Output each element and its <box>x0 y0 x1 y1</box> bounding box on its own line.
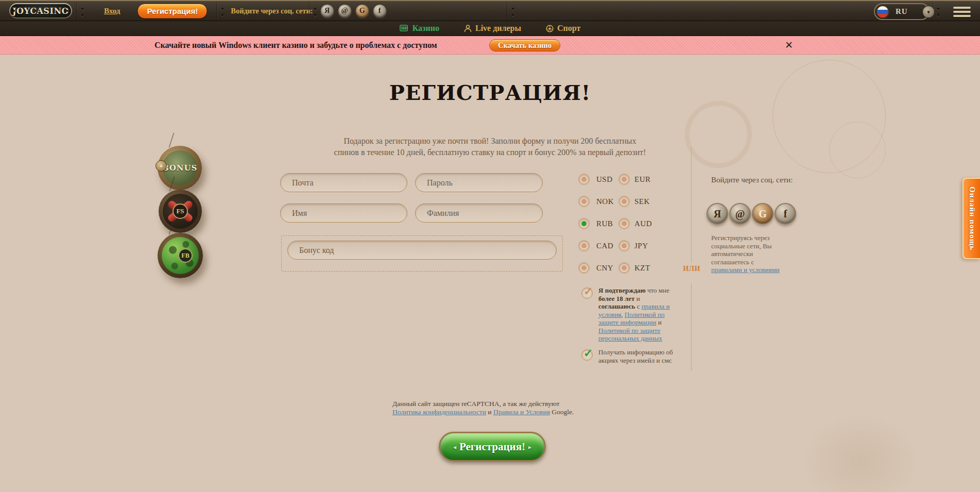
google-icon[interactable]: G <box>752 203 773 225</box>
text: и <box>657 318 662 326</box>
medal-label: BONUS <box>162 163 198 173</box>
text: Регистрируясь через социальные сети, Вы … <box>711 234 771 266</box>
burger-bar <box>953 7 971 9</box>
russia-flag-icon <box>876 5 889 19</box>
left-arrow-icon: ◂ <box>450 444 459 451</box>
currency-radio-aud[interactable] <box>619 218 629 229</box>
currency-label: NOK <box>596 197 619 206</box>
currency-radio-nok[interactable] <box>579 196 589 207</box>
text: с <box>635 302 641 310</box>
register-button[interactable]: Регистрация! <box>137 4 207 19</box>
rivet <box>512 14 514 16</box>
promo-emails-text: Получать информацию об акциях через имей… <box>598 348 681 364</box>
currency-radio-rub[interactable] <box>579 218 589 229</box>
google-icon[interactable]: G <box>355 4 369 18</box>
yandex-icon[interactable]: Я <box>320 4 334 18</box>
currency-label: RUB <box>596 219 619 228</box>
subtitle-line: спинов в течение 10 дней, бесплатную ста… <box>0 147 980 158</box>
banner-text: Скачайте новый Windows клиент казино и з… <box>154 36 437 55</box>
rivet <box>81 8 83 10</box>
dealer-icon <box>464 25 472 32</box>
logo[interactable]: JOYCASINO <box>9 3 72 19</box>
google-terms-link[interactable]: Правила и Условия <box>493 408 550 416</box>
registration-section: РЕГИСТРАЦИЯ! Подарок за регистрацию уже … <box>0 55 980 492</box>
freespins-medal: FS <box>159 190 202 233</box>
currency-label: SEK <box>634 197 652 206</box>
or-label: ИЛИ <box>680 265 703 273</box>
social-login-title: Войдите через соц. сети: <box>711 175 793 185</box>
currency-radio-cad[interactable] <box>579 241 589 251</box>
text: и <box>486 408 493 416</box>
facebook-icon[interactable]: f <box>373 4 387 18</box>
facebook-icon[interactable]: f <box>775 203 796 225</box>
page-title: РЕГИСТРАЦИЯ! <box>0 80 980 105</box>
currency-radio-jpy[interactable] <box>619 241 629 251</box>
currency-row: RUB AUD <box>579 218 652 229</box>
tab-label: Live дилеры <box>475 24 521 33</box>
language-selector[interactable]: RU ▾ <box>874 3 930 20</box>
currency-label: USD <box>596 175 619 184</box>
mailru-icon[interactable]: @ <box>729 203 751 225</box>
vertical-divider <box>691 283 692 371</box>
rivet <box>512 8 514 10</box>
logo-text: JOYCASINO <box>12 6 69 16</box>
rivet <box>221 14 223 16</box>
age-terms-text: Я подтверждаю что мне более 18 лет и сог… <box>598 286 678 343</box>
first-name-field[interactable] <box>280 203 407 223</box>
text: и <box>634 295 640 302</box>
plus-coin-icon: + <box>156 160 167 172</box>
rivet <box>314 14 316 16</box>
right-arrow-icon: ▸ <box>525 444 535 451</box>
terms-link[interactable]: правилами и условиями <box>711 266 780 274</box>
help-tab-label: Онлайн помощь <box>968 186 976 250</box>
personal-data-policy-link[interactable]: Политикой по защите персональных данных <box>598 327 662 343</box>
tab-casino[interactable]: Казино <box>400 24 439 33</box>
menu-button[interactable] <box>953 7 971 19</box>
currency-radio-eur[interactable] <box>619 174 629 184</box>
divider <box>309 2 310 20</box>
login-link[interactable]: Вход <box>104 7 120 15</box>
currency-radio-kzt[interactable] <box>619 263 629 273</box>
privacy-policy-link[interactable]: Политика конфиденциальности <box>392 408 486 416</box>
tab-label: Спорт <box>557 24 580 33</box>
currency-row: CNY KZT <box>579 263 652 273</box>
currency-radio-sek[interactable] <box>619 196 629 207</box>
logo-plate: JOYCASINO <box>10 4 71 18</box>
text: Данный сайт защищен reCAPTCHA, а так же … <box>392 400 559 408</box>
email-field[interactable] <box>280 173 407 192</box>
subtitle-line: Подарок за регистрацию уже почти твой! З… <box>0 135 980 147</box>
mailru-icon[interactable]: @ <box>338 4 352 18</box>
page-subtitle: Подарок за регистрацию уже почти твой! З… <box>0 135 980 158</box>
currency-label: AUD <box>634 219 652 228</box>
vertical-divider <box>691 147 692 263</box>
currency-row: CAD JPY <box>579 241 652 251</box>
social-login-buttons: Я @ G f <box>707 203 796 225</box>
currency-label: KZT <box>634 264 652 273</box>
chevron-down-icon[interactable]: ▾ <box>922 6 935 18</box>
close-icon[interactable]: ✕ <box>785 39 793 50</box>
download-casino-button[interactable]: Скачать казино <box>489 39 560 52</box>
ball-icon <box>546 25 554 32</box>
age-terms-checkbox[interactable] <box>581 287 593 299</box>
last-name-field[interactable] <box>415 203 543 223</box>
currency-radio-usd[interactable] <box>579 174 589 184</box>
main-nav: Казино Live дилеры Спорт <box>0 21 980 36</box>
bonus-code-field[interactable] <box>287 241 557 260</box>
tab-sport[interactable]: Спорт <box>546 24 580 33</box>
yandex-icon[interactable]: Я <box>707 203 728 225</box>
promo-emails-checkbox[interactable] <box>581 349 593 361</box>
submit-label: Регистрация! <box>459 440 525 453</box>
stain-decoration <box>803 415 917 492</box>
online-help-tab[interactable]: Онлайн помощь <box>962 178 980 259</box>
currency-label: CNY <box>596 264 619 273</box>
currency-selector: USD EUR NOK SEK RUB AUD CAD JPY <box>579 174 652 285</box>
tab-live-dealers[interactable]: Live дилеры <box>464 24 521 33</box>
submit-registration-button[interactable]: ◂Регистрация!▸ <box>439 432 546 462</box>
currency-row: NOK SEK <box>579 196 652 207</box>
joycasino-registration-page: JOYCASINO Вход Регистрация! Войдите чере… <box>0 0 980 492</box>
password-field[interactable] <box>415 173 543 192</box>
social-login-label: Войдите через соц. сети: <box>231 7 313 15</box>
rivet <box>81 14 83 16</box>
bold-text: Я подтверждаю <box>598 286 646 294</box>
currency-radio-cny[interactable] <box>579 263 589 273</box>
